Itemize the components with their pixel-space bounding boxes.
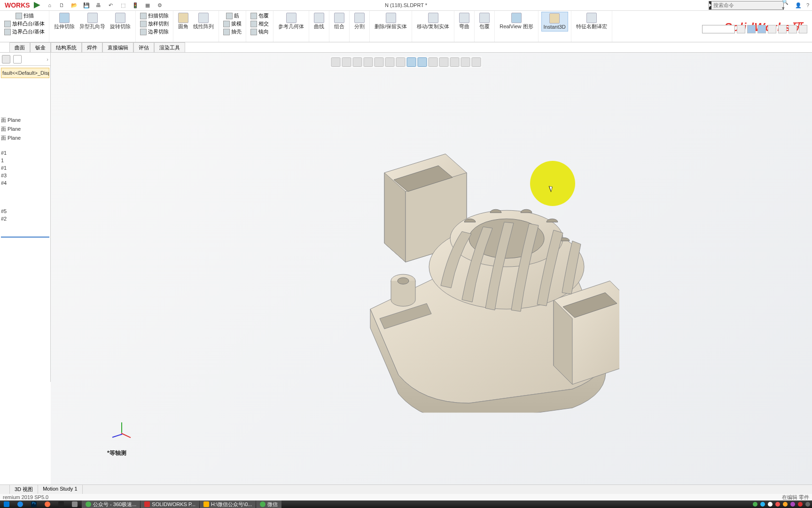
loft-cut-button[interactable]: 放样切割	[139, 20, 170, 28]
ref-geom-button[interactable]: 参考几何体	[276, 12, 306, 31]
task-app-5[interactable]	[55, 500, 68, 508]
tray-icon[interactable]	[805, 502, 810, 507]
wrap-button[interactable]: 包覆	[249, 12, 270, 20]
tree-item[interactable]: #1	[1, 149, 49, 157]
sweep-button[interactable]: 扫描	[14, 12, 35, 20]
sweep-cut-button[interactable]: 扫描切除	[139, 12, 170, 20]
vt-icon-14[interactable]	[472, 57, 481, 67]
tree-item[interactable]: #1	[1, 164, 49, 172]
ext-icon-1[interactable]	[737, 25, 745, 33]
wrap2-button[interactable]: 包覆	[477, 12, 492, 31]
boundary-cut-button[interactable]: 边界切除	[139, 28, 170, 36]
hide-show-icon[interactable]	[396, 57, 406, 67]
undo-icon[interactable]: ↶	[107, 1, 115, 9]
loft-button[interactable]: 放样凸台/基体	[3, 20, 46, 28]
fillet-button[interactable]: 圆角	[176, 12, 190, 31]
extrude-cut-button[interactable]: 拉伸切除	[52, 12, 77, 31]
tree-expand-icon[interactable]: ›	[47, 56, 48, 62]
3d-views-tab[interactable]: 3D 视图	[10, 485, 38, 494]
tree-item[interactable]: 面 Plane	[1, 125, 49, 134]
select-icon[interactable]: ⬚	[119, 1, 127, 9]
tab-direct-edit[interactable]: 直接编辑	[102, 42, 133, 52]
play-icon[interactable]	[34, 2, 40, 8]
task-start[interactable]	[0, 500, 13, 508]
print-icon[interactable]: 🖶	[95, 1, 102, 9]
translate-macro-button[interactable]: 特征名翻译宏	[574, 12, 609, 31]
tray-icon[interactable]	[768, 502, 773, 507]
tree-tab-property-icon[interactable]	[13, 55, 22, 64]
ext-dropdown[interactable]	[702, 25, 735, 33]
user-icon[interactable]: 👤	[795, 2, 802, 8]
intersect-button[interactable]: 相交	[249, 20, 270, 28]
prev-view-icon[interactable]	[353, 57, 362, 67]
tray-icon[interactable]	[775, 502, 780, 507]
feature-manager-tree[interactable]: › fault<<Default>_Displa 面 Plane 面 Plane…	[0, 53, 51, 382]
zoom-fit-icon[interactable]	[331, 57, 341, 67]
zoom-area-icon[interactable]	[342, 57, 351, 67]
tree-config[interactable]: fault<<Default>_Displa	[1, 68, 49, 78]
help-icon[interactable]: ?	[806, 2, 809, 8]
vt-icon-13[interactable]	[461, 57, 470, 67]
home-icon[interactable]: ⌂	[46, 1, 54, 9]
tray-icon[interactable]	[753, 502, 757, 507]
tree-item[interactable]: #4	[1, 179, 49, 187]
delete-body-button[interactable]: 删除/保留实体	[373, 12, 409, 31]
revolve-cut-button[interactable]: 旋转切除	[108, 12, 133, 31]
tray-icon[interactable]	[760, 502, 765, 507]
view-settings-icon[interactable]	[429, 57, 438, 67]
linear-pattern-button[interactable]: 线性阵列	[191, 12, 216, 31]
tree-tab-feature-icon[interactable]	[2, 55, 10, 64]
model-tab[interactable]	[0, 485, 10, 494]
realview-button[interactable]: RealView 图形	[498, 12, 535, 31]
task-photoshop[interactable]: Ps	[27, 500, 40, 508]
vt-icon-12[interactable]	[450, 57, 460, 67]
tray-icon[interactable]	[783, 502, 788, 507]
options-icon[interactable]: ▦	[144, 1, 151, 9]
search-dropdown-icon[interactable]: 🔍▾	[780, 0, 790, 11]
split-button[interactable]: 分割	[352, 12, 367, 31]
search-input[interactable]	[711, 2, 780, 8]
tree-item[interactable]: #5	[1, 207, 49, 215]
task-app-4[interactable]	[41, 500, 54, 508]
save-icon[interactable]: 💾	[83, 1, 90, 9]
ext-icon-2[interactable]	[747, 25, 756, 33]
tree-item[interactable]: 面 Plane	[1, 116, 49, 125]
tree-item[interactable]: 面 Plane	[1, 134, 49, 143]
shell-button[interactable]: 抽壳	[222, 28, 243, 36]
task-explorer[interactable]: H:\微信公众号\0...	[200, 500, 256, 508]
hole-wizard-button[interactable]: 异型孔向导	[78, 12, 107, 31]
rebuild-icon[interactable]: 🚦	[132, 1, 139, 9]
apply-scene-icon[interactable]	[418, 57, 427, 67]
open-icon[interactable]: 📂	[70, 1, 78, 9]
tree-item[interactable]: #2	[1, 215, 49, 222]
part-model[interactable]	[243, 111, 619, 413]
ext-icon-6[interactable]	[789, 25, 797, 33]
flex-button[interactable]: 弯曲	[457, 12, 471, 31]
ext-icon-7[interactable]	[799, 25, 807, 33]
orientation-triad[interactable]	[112, 419, 135, 442]
combine-button[interactable]: 组合	[332, 12, 346, 31]
new-icon[interactable]: 🗋	[58, 1, 66, 9]
edit-appearance-icon[interactable]	[407, 57, 416, 67]
mirror-button[interactable]: 镜向	[249, 28, 270, 36]
draft-button[interactable]: 拔模	[222, 20, 243, 28]
view-orient-icon[interactable]	[375, 57, 384, 67]
display-style-icon[interactable]	[385, 57, 395, 67]
tab-structure[interactable]: 结构系统	[51, 42, 82, 52]
curves-button[interactable]: 曲线	[312, 12, 326, 31]
ext-icon-5[interactable]	[778, 25, 787, 33]
boundary-button[interactable]: 边界凸台/基体	[3, 28, 46, 36]
vt-icon-11[interactable]	[439, 57, 449, 67]
tab-render[interactable]: 渲染工具	[154, 42, 185, 52]
section-view-icon[interactable]	[364, 57, 373, 67]
task-wechat[interactable]: 微信	[256, 500, 281, 508]
settings-icon[interactable]: ⚙	[156, 1, 164, 9]
tray-icon[interactable]	[790, 502, 795, 507]
tray-icon[interactable]	[798, 502, 803, 507]
graphics-viewport[interactable]: *等轴测	[51, 53, 812, 484]
task-solidworks[interactable]: SOLIDWORKS P...	[141, 500, 199, 508]
ext-icon-4[interactable]	[768, 25, 776, 33]
tab-surface[interactable]: 曲面	[9, 42, 30, 52]
tab-sheetmetal[interactable]: 钣金	[30, 42, 51, 52]
tab-evaluate[interactable]: 评估	[133, 42, 154, 52]
